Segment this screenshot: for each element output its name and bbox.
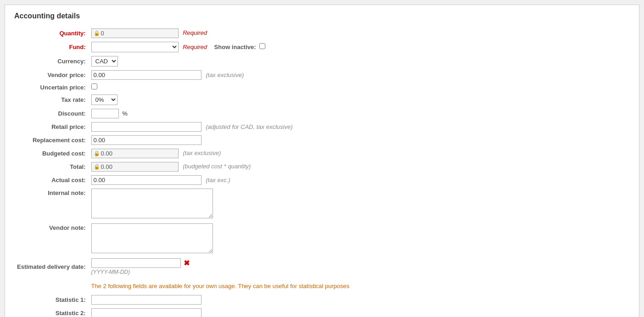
date-hint: (YYYY-MM-DD) [91, 269, 627, 275]
total-input[interactable] [101, 163, 176, 170]
total-input-wrapper: 🔒 [91, 162, 179, 172]
accounting-form: Quantity: 🔒 Required Fund: Required [14, 27, 630, 317]
currency-cell: CAD USD EUR GBP [89, 54, 630, 68]
page-title: Accounting details [14, 12, 630, 20]
statistic2-label: Statistic 2: [14, 306, 89, 317]
accounting-details-panel: Accounting details Quantity: 🔒 Required … [5, 5, 639, 317]
vendor-note-textarea[interactable] [91, 223, 213, 253]
vendor-price-cell: (tax exclusive) [89, 68, 630, 82]
budgeted-cost-cell: 🔒 (tax exclusive) [89, 147, 630, 160]
fund-required: Required [183, 44, 207, 50]
tax-rate-row: Tax rate: 0% 5% 10% 15% 20% [14, 93, 630, 107]
statistic1-label: Statistic 1: [14, 293, 89, 306]
vendor-note-label: Vendor note: [14, 222, 89, 256]
discount-label: Discount: [14, 107, 89, 120]
currency-label: Currency: [14, 54, 89, 68]
statistic2-cell [89, 306, 630, 317]
statistic1-row: Statistic 1: [14, 293, 630, 306]
date-wrapper: ✖ [91, 258, 190, 268]
total-row: Total: 🔒 (budgeted cost * quantity) [14, 160, 630, 173]
actual-cost-cell: (tax exc.) [89, 173, 630, 187]
statistic2-row: Statistic 2: [14, 306, 630, 317]
total-lock-icon: 🔒 [94, 164, 100, 170]
budgeted-cost-label: Budgeted cost: [14, 147, 89, 160]
stats-info-row: The 2 following fields are available for… [14, 277, 630, 293]
fund-cell: Required Show inactive: [89, 40, 630, 54]
tax-rate-select[interactable]: 0% 5% 10% 15% 20% [91, 95, 118, 105]
percent-sign: % [122, 110, 128, 117]
quantity-required: Required [183, 29, 207, 36]
vendor-price-label: Vendor price: [14, 68, 89, 82]
uncertain-price-cell [89, 82, 630, 93]
retail-price-cell: (adjusted for CAD, tax exclusive) [89, 120, 630, 133]
quantity-label: Quantity: [14, 27, 89, 40]
show-inactive-checkbox[interactable] [259, 43, 265, 49]
total-cell: 🔒 (budgeted cost * quantity) [89, 160, 630, 173]
show-inactive-label: Show inactive: [214, 44, 256, 50]
uncertain-price-checkbox[interactable] [91, 83, 97, 89]
delivery-date-label: Estimated delivery date: [14, 256, 89, 277]
retail-price-hint: (adjusted for CAD, tax exclusive) [206, 123, 292, 130]
actual-cost-hint: (tax exc.) [206, 177, 230, 184]
statistic2-input[interactable] [91, 308, 202, 317]
quantity-input-wrapper: 🔒 [91, 28, 179, 38]
replacement-cost-row: Replacement cost: [14, 133, 630, 147]
delivery-date-input[interactable] [91, 258, 181, 268]
statistic1-input[interactable] [91, 295, 202, 305]
internal-note-row: Internal note: [14, 187, 630, 222]
total-hint: (budgeted cost * quantity) [183, 163, 251, 170]
retail-price-row: Retail price: (adjusted for CAD, tax exc… [14, 120, 630, 133]
replacement-cost-cell [89, 133, 630, 147]
currency-row: Currency: CAD USD EUR GBP [14, 54, 630, 68]
internal-note-cell [89, 187, 630, 222]
tax-rate-cell: 0% 5% 10% 15% 20% [89, 93, 630, 107]
clear-date-button[interactable]: ✖ [184, 259, 190, 267]
statistic1-cell [89, 293, 630, 306]
vendor-note-row: Vendor note: [14, 222, 630, 256]
actual-cost-input[interactable] [91, 175, 202, 185]
budgeted-lock-icon: 🔒 [94, 150, 100, 156]
total-label: Total: [14, 160, 89, 173]
fund-label: Fund: [14, 40, 89, 54]
delivery-date-cell: ✖ (YYYY-MM-DD) [89, 256, 630, 277]
vendor-price-input[interactable] [91, 70, 202, 80]
actual-cost-row: Actual cost: (tax exc.) [14, 173, 630, 187]
actual-cost-label: Actual cost: [14, 173, 89, 187]
budgeted-cost-input[interactable] [101, 150, 176, 157]
internal-note-label: Internal note: [14, 187, 89, 222]
retail-price-label: Retail price: [14, 120, 89, 133]
discount-input[interactable] [91, 109, 119, 118]
quantity-cell: 🔒 Required [89, 27, 630, 40]
uncertain-price-label: Uncertain price: [14, 82, 89, 93]
stats-info-cell: The 2 following fields are available for… [89, 277, 630, 293]
delivery-date-row: Estimated delivery date: ✖ (YYYY-MM-DD) [14, 256, 630, 277]
discount-row: Discount: % [14, 107, 630, 120]
lock-icon: 🔒 [94, 30, 100, 36]
stats-info-text: The 2 following fields are available for… [91, 283, 627, 289]
fund-select[interactable] [91, 42, 179, 52]
vendor-price-row: Vendor price: (tax exclusive) [14, 68, 630, 82]
vendor-note-cell [89, 222, 630, 256]
budgeted-cost-input-wrapper: 🔒 [91, 149, 179, 158]
retail-price-input[interactable] [91, 122, 202, 132]
discount-cell: % [89, 107, 630, 120]
currency-select[interactable]: CAD USD EUR GBP [91, 56, 118, 67]
internal-note-textarea[interactable] [91, 189, 213, 218]
replacement-cost-label: Replacement cost: [14, 133, 89, 147]
vendor-price-hint: (tax exclusive) [206, 72, 244, 78]
budgeted-cost-hint: (tax exclusive) [183, 150, 221, 156]
fund-row: Fund: Required Show inactive: [14, 40, 630, 54]
budgeted-cost-row: Budgeted cost: 🔒 (tax exclusive) [14, 147, 630, 160]
quantity-row: Quantity: 🔒 Required [14, 27, 630, 40]
replacement-cost-input[interactable] [91, 135, 202, 145]
quantity-input[interactable] [101, 30, 176, 37]
uncertain-price-row: Uncertain price: [14, 82, 630, 93]
tax-rate-label: Tax rate: [14, 93, 89, 107]
